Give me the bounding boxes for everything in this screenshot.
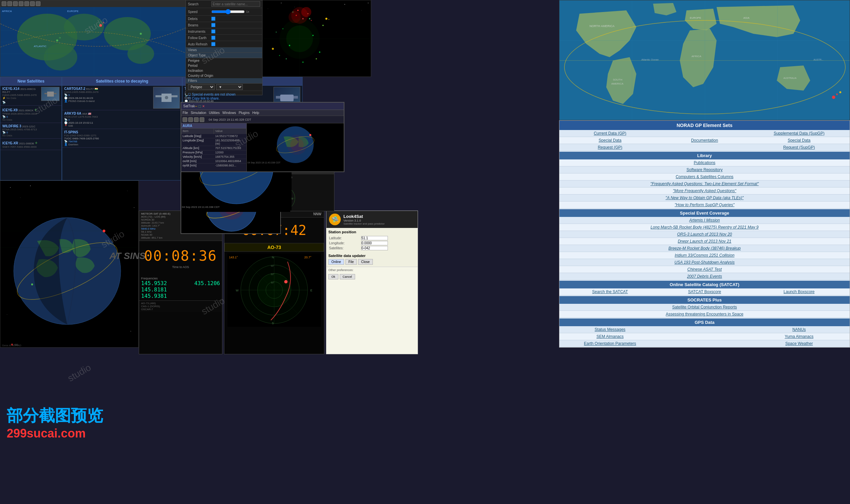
norad-computers-link[interactable]: Computers & Satellites Columns	[676, 175, 733, 179]
sat-item-iceye-x14[interactable]: ICEYE-X14 2021-006CG RG.F7 CAS0-2405-548…	[0, 86, 61, 106]
special-events-link[interactable]: ☐ Special events are not shown	[188, 93, 260, 96]
debris-checkbox[interactable]	[211, 17, 215, 21]
add-btn-2[interactable]: +	[34, 107, 37, 112]
menu-simulation[interactable]: Simulation	[191, 111, 206, 115]
sat-item-iceye-x9[interactable]: ICEYE-X9 2021-006CK + TPEM-3426-8553-255…	[0, 106, 61, 123]
beams-checkbox[interactable]	[211, 23, 215, 27]
menu-file[interactable]: File	[182, 111, 188, 115]
toolbar-btn-3[interactable]	[13, 1, 18, 6]
sat-item-arkyd[interactable]: ARKYD 6A A6A 🇺🇸 1TZ6-1727-1375-5199-7643…	[62, 110, 182, 129]
norad-special-l-link[interactable]: Special Data	[599, 138, 621, 143]
sattrak-window: SatTrak − □ × File Simulation Utilities …	[181, 102, 344, 172]
norad-space-weather-link[interactable]: Space Weather	[785, 341, 813, 346]
sat-id-4: 2021-006DB	[19, 142, 34, 145]
norad-request-gp-link[interactable]: Request (GP)	[598, 145, 622, 150]
longitude-input[interactable]	[361, 241, 388, 245]
sat-item-itspins[interactable]: IT-SPINS FJU-1542-5342-0390-1271 TVOC 64…	[62, 129, 182, 148]
close-button[interactable]: Close	[358, 259, 373, 265]
copy-link[interactable]: ☐ Copy link to share.	[188, 96, 260, 100]
auto-refresh-label: Auto Refresh	[188, 42, 211, 46]
menu-help[interactable]: Help	[252, 111, 259, 115]
norad-row-more-faq: "More Frequently Asked Questions"	[560, 187, 850, 195]
norad-faq-tle-link[interactable]: "Frequently Asked Questions: Two-Line El…	[650, 181, 759, 186]
file-button[interactable]: File	[346, 259, 357, 265]
norad-satcat-boxscore-link[interactable]: SATCAT Boxscore	[688, 289, 721, 294]
norad-software-link[interactable]: Software Repository	[687, 167, 723, 172]
norad-launch-boxscore-link[interactable]: Launch Boxscore	[783, 289, 815, 294]
norad-supplemental-link[interactable]: Supplemental Data (SupGP)	[774, 131, 825, 136]
norad-status-link[interactable]: Status Messages	[595, 327, 625, 332]
sat-item-iceye-xr[interactable]: ICEYE-XR 2021-006DB + SSEY-7057-5383-956…	[0, 139, 61, 150]
norad-nanus-link[interactable]: NANUs	[793, 327, 806, 332]
toolbar-btn-5[interactable]	[24, 1, 29, 6]
sattrak-tool-4[interactable]	[200, 117, 204, 122]
norad-current-data-link[interactable]: Current Data (GP)	[594, 131, 626, 136]
norad-row-faq-tle: "Frequently Asked Questions: Two-Line El…	[560, 180, 850, 187]
toolbar-btn-7[interactable]	[36, 1, 40, 6]
toolbar-btn-1[interactable]	[2, 1, 6, 6]
norad-conjunction-link[interactable]: Satellite Orbital Conjunction Reports	[672, 305, 737, 309]
norad-dnepr-link[interactable]: Dnepr Launch of 2013 Nov 21	[678, 239, 731, 244]
sat-item-wildfire[interactable]: WILDFIRE 3 2023-121C ETNA-2915-5491-4766…	[0, 123, 61, 139]
norad-2007-debris-link[interactable]: 2007 Debris Events	[687, 274, 722, 279]
norad-new-way-link[interactable]: "A New Way to Obtain GP Data (aka TLEs)"	[666, 196, 744, 200]
new-satellites-panel: New Satellites ICEYE-X14 2021-006CG RG.F…	[0, 77, 62, 180]
svg-point-39	[279, 55, 280, 56]
norad-row-long-march: Long March-5B Rocket Body (48275) Reentr…	[560, 224, 850, 231]
filter-dropdown-2[interactable]: ▼	[216, 84, 243, 90]
norad-search-satcat-link[interactable]: Search the SATCAT	[592, 289, 628, 294]
perigee-dropdown[interactable]: Perigee	[188, 84, 215, 90]
norad-more-faq-link[interactable]: "More Frequently Asked Questions"	[673, 188, 736, 193]
menu-plugins[interactable]: Plugins	[239, 111, 250, 115]
header-value: Value	[214, 129, 247, 134]
norad-socrates-header: SOCRATES Plus	[560, 296, 850, 304]
toolbar-btn-6[interactable]	[30, 1, 35, 6]
norad-artemis-link[interactable]: Artemis I Mission	[689, 218, 720, 222]
online-button[interactable]: Online	[329, 259, 344, 265]
menu-windows[interactable]: Windows	[223, 111, 236, 115]
norad-ors3-link[interactable]: ORS-3 Launch of 2013 Nov 20	[677, 232, 732, 237]
norad-request-supgp-link[interactable]: Request (SupGP)	[783, 145, 815, 150]
sattrak-minimize[interactable]: −	[195, 104, 197, 109]
latitude-input[interactable]	[361, 236, 388, 240]
norad-yuma-link[interactable]: Yuma Almanacs	[785, 334, 814, 339]
sattrak-close[interactable]: ×	[202, 104, 205, 109]
ok-button[interactable]: Ok	[329, 274, 338, 280]
norad-iridium-link[interactable]: Iridium 33/Cosmos 2251 Collision	[675, 253, 734, 258]
follow-earth-checkbox[interactable]	[211, 36, 215, 40]
norad-assessing-link[interactable]: Assessing threatening Encounters in Spac…	[666, 312, 743, 317]
norad-long-march-link[interactable]: Long March-5B Rocket Body (48275) Reentr…	[651, 225, 759, 230]
sattrak-maximize[interactable]: □	[199, 104, 201, 109]
follow-earth-row: Follow Earth	[186, 35, 262, 41]
menu-utilities[interactable]: Utilities	[209, 111, 220, 115]
auto-refresh-checkbox[interactable]	[211, 42, 215, 46]
sat-item-cartosat[interactable]: CARTOSAT-2 RS.F7 🇮🇳 CAS0-2405-5488-8993-…	[62, 86, 182, 110]
satellites-input[interactable]	[361, 246, 388, 250]
search-row: Search	[186, 0, 262, 8]
add-btn-4[interactable]: +	[35, 140, 37, 145]
norad-special-r-link[interactable]: Special Data	[788, 138, 811, 143]
instruments-checkbox[interactable]	[211, 30, 215, 33]
norad-sem-link[interactable]: SEM Almanacs	[597, 334, 624, 339]
speed-slider[interactable]	[211, 9, 245, 14]
norad-usa193-link[interactable]: USA 193 Post-Shutdown Analysis	[674, 260, 734, 265]
sattrak-tool-2[interactable]	[188, 117, 193, 122]
svg-text:ATLANTIC: ATLANTIC	[34, 45, 47, 48]
svg-point-120	[134, 207, 135, 208]
arkyd-date: 🕐 2020-10-19 15:02:11	[64, 121, 180, 124]
cancel-button[interactable]: Cancel	[340, 274, 355, 280]
norad-documentation-link[interactable]: Documentation	[691, 138, 718, 143]
norad-chinese-asat-link[interactable]: Chinese ASAT Test	[688, 267, 722, 272]
search-input[interactable]	[211, 1, 260, 7]
sattrak-tool-3[interactable]	[194, 117, 199, 122]
toolbar-btn-2[interactable]	[7, 1, 12, 6]
svg-point-26	[295, 7, 295, 7]
sattrak-tool-1[interactable]	[182, 117, 187, 122]
norad-publications-link[interactable]: Publications	[694, 160, 715, 165]
norad-earth-orientation-link[interactable]: Earth Orientation Parameters	[584, 341, 636, 346]
norad-supgp-link[interactable]: "How to Perform SupGP Queries"	[675, 202, 734, 207]
timer1-sat3: OSCAR-7	[141, 308, 220, 311]
norad-breeze-link[interactable]: Breeze-M Rocket Body (38746) Breakup	[669, 246, 741, 251]
globe-main-panel: ✈ ✈ AFRICA EUROPE ATLANTIC	[0, 0, 187, 77]
toolbar-btn-4[interactable]	[19, 1, 23, 6]
